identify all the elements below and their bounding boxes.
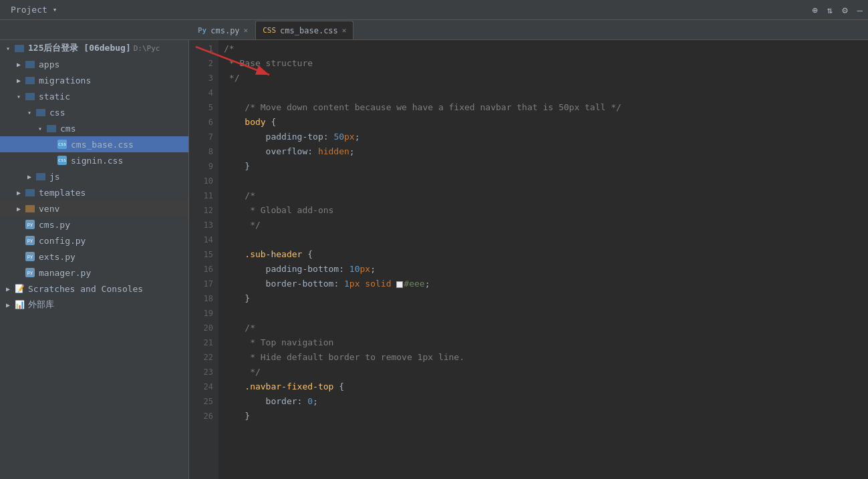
templates-arrow: ▶ <box>13 189 24 196</box>
sidebar: ▾ 125后台登录 [06debug] D:\Pyc ▶ apps ▶ migr… <box>0 40 189 479</box>
line-num-4: 4 <box>189 86 219 100</box>
apps-arrow: ▶ <box>13 61 24 68</box>
globe-icon[interactable]: ⊕ <box>812 5 817 15</box>
project-label[interactable]: Project <box>11 5 47 15</box>
cms-folder-arrow: ▾ <box>35 125 45 132</box>
tab-label-cms-py: cms.py <box>210 26 239 35</box>
apps-label: apps <box>39 59 59 69</box>
static-folder-icon <box>24 92 36 101</box>
code-line-4 <box>224 86 868 100</box>
migrations-arrow: ▶ <box>13 77 24 84</box>
cms-py-icon: py <box>24 220 36 229</box>
tab-bar: Py cms.py ✕ CSS cms_base.css ✕ <box>0 20 868 40</box>
sidebar-item-templates[interactable]: ▶ templates <box>0 184 188 200</box>
line-num-25: 25 <box>189 394 219 409</box>
cms-folder-icon <box>45 124 57 133</box>
code-lines[interactable]: /* * Base structure */ /* Move down cont… <box>219 40 868 479</box>
line-num-6: 6 <box>189 115 219 130</box>
tab-icon-py: Py <box>198 26 206 35</box>
code-line-19 <box>224 306 868 321</box>
templates-label: templates <box>39 188 86 198</box>
static-label: static <box>39 92 70 102</box>
signin-css-label: signin.css <box>71 156 123 166</box>
cms-base-css-label: cms_base.css <box>71 140 134 150</box>
line-num-23: 23 <box>189 365 219 379</box>
root-label: 125后台登录 [06debug] <box>28 42 131 54</box>
arrows-icon[interactable]: ⇅ <box>827 5 833 15</box>
code-line-23: */ <box>224 365 868 379</box>
scratches-arrow: ▶ <box>3 285 13 293</box>
sidebar-item-css[interactable]: ▾ css <box>0 104 188 120</box>
line-num-1: 1 <box>189 41 219 56</box>
minimize-icon[interactable]: — <box>857 5 863 15</box>
tab-close-cms-py[interactable]: ✕ <box>244 26 249 35</box>
static-arrow: ▾ <box>13 93 24 100</box>
code-line-16: padding-bottom: 10px; <box>224 262 868 277</box>
exts-py-icon: py <box>24 252 36 261</box>
sidebar-item-cms-py[interactable]: py cms.py <box>0 216 188 232</box>
line-num-26: 26 <box>189 409 219 424</box>
sidebar-item-external[interactable]: ▶ 📊 外部库 <box>0 297 188 313</box>
sidebar-item-static[interactable]: ▾ static <box>0 88 188 104</box>
scratches-label: Scratches and Consoles <box>28 284 143 294</box>
sidebar-item-signin-css[interactable]: css signin.css <box>0 152 188 168</box>
js-label: js <box>49 172 60 182</box>
sidebar-item-apps[interactable]: ▶ apps <box>0 56 188 72</box>
exts-py-label: exts.py <box>39 252 76 262</box>
code-line-26: } <box>224 409 868 424</box>
sidebar-item-config-py[interactable]: py config.py <box>0 232 188 249</box>
code-line-14 <box>224 232 868 247</box>
color-swatch-eee <box>396 281 403 288</box>
cms-base-css-icon: css <box>56 140 68 149</box>
code-line-22: * Hide default border to remove 1px line… <box>224 350 868 365</box>
project-dropdown-arrow[interactable]: ▾ <box>53 5 57 14</box>
line-num-7: 7 <box>189 130 219 144</box>
sidebar-root[interactable]: ▾ 125后台登录 [06debug] D:\Pyc <box>0 40 188 56</box>
sidebar-item-cms-folder[interactable]: ▾ cms <box>0 120 188 136</box>
sidebar-item-js[interactable]: ▶ js <box>0 168 188 184</box>
code-editor[interactable]: 1 2 3 4 5 6 7 8 9 10 11 12 13 14 15 16 1… <box>189 40 868 479</box>
code-line-10 <box>224 174 868 188</box>
scratches-icon: 📝 <box>13 284 25 293</box>
line-numbers: 1 2 3 4 5 6 7 8 9 10 11 12 13 14 15 16 1… <box>189 40 219 479</box>
root-folder-icon <box>13 43 25 53</box>
line-num-11: 11 <box>189 188 219 203</box>
manager-py-icon: py <box>24 268 36 277</box>
line-num-15: 15 <box>189 247 219 262</box>
code-line-2: * Base structure <box>224 56 868 71</box>
title-bar-actions: ⊕ ⇅ ⚙ — <box>812 5 863 15</box>
code-line-3: */ <box>224 71 868 86</box>
line-num-8: 8 <box>189 144 219 159</box>
sidebar-item-migrations[interactable]: ▶ migrations <box>0 72 188 88</box>
sidebar-item-exts-py[interactable]: py exts.py <box>0 249 188 265</box>
code-line-5: /* Move down content because we have a f… <box>224 100 868 115</box>
external-label: 外部库 <box>28 299 54 311</box>
code-line-7: padding-top: 50px; <box>224 130 868 144</box>
sidebar-item-manager-py[interactable]: py manager.py <box>0 265 188 281</box>
sidebar-item-venv[interactable]: ▶ venv <box>0 200 188 216</box>
line-num-18: 18 <box>189 291 219 306</box>
code-line-11: /* <box>224 188 868 203</box>
sidebar-item-cms-base-css[interactable]: css cms_base.css <box>0 136 188 152</box>
settings-icon[interactable]: ⚙ <box>842 5 847 15</box>
root-path: D:\Pyc <box>134 44 160 53</box>
external-arrow: ▶ <box>3 301 13 309</box>
js-arrow: ▶ <box>24 173 35 180</box>
code-line-17: border-bottom: 1px solid #eee; <box>224 277 868 291</box>
line-num-12: 12 <box>189 203 219 218</box>
tab-close-cms-base-css[interactable]: ✕ <box>342 26 347 35</box>
css-arrow: ▾ <box>24 109 35 116</box>
migrations-folder-icon <box>24 75 36 85</box>
tab-label-cms-base-css: cms_base.css <box>280 26 338 35</box>
tab-cms-base-css[interactable]: CSS cms_base.css ✕ <box>255 21 353 39</box>
sidebar-item-scratches[interactable]: ▶ 📝 Scratches and Consoles <box>0 281 188 297</box>
code-line-6: body { <box>224 115 868 130</box>
line-num-20: 20 <box>189 321 219 335</box>
line-num-24: 24 <box>189 379 219 394</box>
tab-cms-py[interactable]: Py cms.py ✕ <box>190 21 255 39</box>
line-num-16: 16 <box>189 262 219 277</box>
css-folder-icon <box>35 108 47 117</box>
code-line-8: overflow: hidden; <box>224 144 868 159</box>
line-num-5: 5 <box>189 100 219 115</box>
line-num-17: 17 <box>189 277 219 291</box>
